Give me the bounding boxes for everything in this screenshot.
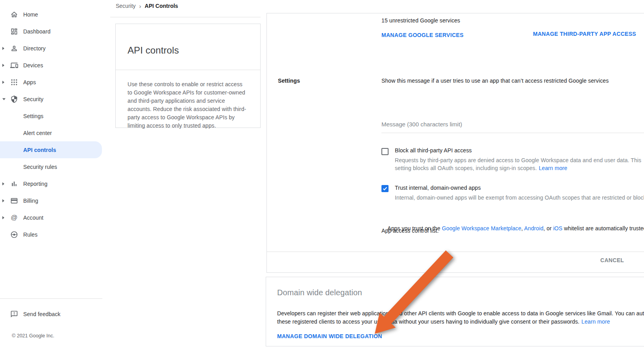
sidebar-item-label: Dashboard bbox=[23, 28, 50, 35]
sidebar-item-label: Settings bbox=[23, 113, 43, 119]
sentence-text: , bbox=[521, 225, 524, 231]
learn-more-link[interactable]: Learn more bbox=[539, 165, 568, 171]
settings-description: Show this message if a user tries to use… bbox=[381, 78, 609, 84]
breadcrumb: Security › API Controls bbox=[116, 2, 178, 10]
sidebar-item-label: API controls bbox=[23, 147, 56, 153]
sidebar-item-home[interactable]: Home bbox=[0, 6, 102, 23]
manage-third-party-app-access-button[interactable]: MANAGE THIRD-PARTY APP ACCESS bbox=[533, 31, 636, 37]
sidebar-item-dashboard[interactable]: Dashboard bbox=[0, 23, 102, 40]
sidebar-item-security-rules[interactable]: Security rules bbox=[0, 158, 102, 175]
settings-section-label: Settings bbox=[278, 78, 300, 84]
sentence-text: whitelist are automatically trusted in t… bbox=[563, 225, 644, 231]
feedback-icon bbox=[10, 310, 18, 318]
credit-card-icon bbox=[10, 197, 18, 205]
sidebar-item-label: Account bbox=[23, 215, 43, 221]
app-access-control-panel: 15 unrestricted Google services MANAGE G… bbox=[266, 13, 644, 273]
breadcrumb-divider bbox=[110, 17, 261, 17]
sidebar-item-alert-center[interactable]: Alert center bbox=[0, 124, 102, 141]
sidebar-item-label: Billing bbox=[23, 198, 38, 204]
sidebar-footer-divider bbox=[0, 298, 102, 299]
sidebar-item-label: Home bbox=[23, 11, 38, 18]
collapse-arrow-icon[interactable] bbox=[2, 98, 6, 100]
trust-internal-label: Trust internal, domain-owned apps bbox=[395, 185, 481, 191]
message-input[interactable] bbox=[381, 116, 644, 133]
sidebar-item-security[interactable]: Security bbox=[0, 91, 102, 107]
send-feedback-button[interactable]: Send feedback bbox=[0, 307, 102, 321]
sidebar-item-reporting[interactable]: Reporting bbox=[0, 175, 102, 192]
block-third-party-description-line2: setting blocks all OAuth scopes, includi… bbox=[395, 165, 567, 171]
at-sign-icon: @ bbox=[10, 214, 18, 222]
domain-wide-delegation-panel: Domain wide delegation Developers can re… bbox=[266, 277, 644, 346]
expand-arrow-icon[interactable] bbox=[2, 216, 4, 219]
card-description: Use these controls to enable or restrict… bbox=[116, 70, 260, 130]
android-link[interactable]: Android bbox=[524, 225, 544, 231]
apps-grid-icon bbox=[10, 78, 18, 86]
sidebar-item-label: Security bbox=[23, 96, 43, 102]
actions-divider bbox=[267, 252, 644, 252]
delegation-description-line1: Developers can register their web applic… bbox=[277, 310, 644, 317]
sidebar: Home Dashboard Directory Devices bbox=[0, 0, 102, 348]
admin-console-page: { "breadcrumb": { "section": "Security",… bbox=[0, 0, 644, 348]
sidebar-footer: © 2021 Google Inc. Terms of service - Bi… bbox=[12, 332, 90, 348]
bar-chart-icon bbox=[10, 180, 18, 188]
home-icon bbox=[10, 11, 18, 19]
devices-icon bbox=[10, 61, 18, 69]
description-text: setting blocks all OAuth scopes, includi… bbox=[395, 165, 537, 171]
rules-wheel-icon bbox=[10, 231, 18, 239]
cancel-button[interactable]: CANCEL bbox=[600, 257, 624, 263]
sidebar-item-label: Security rules bbox=[23, 164, 57, 170]
person-icon bbox=[10, 44, 18, 52]
api-controls-overview-card: API controls Use these controls to enabl… bbox=[115, 24, 261, 128]
dashboard-icon bbox=[10, 28, 18, 35]
expand-arrow-icon[interactable] bbox=[2, 81, 4, 84]
block-third-party-checkbox[interactable] bbox=[381, 148, 389, 155]
block-third-party-description-line1: Requests by third-party apps are denied … bbox=[395, 157, 641, 163]
breadcrumb-current-page: API Controls bbox=[145, 3, 178, 9]
sidebar-item-apps[interactable]: Apps bbox=[0, 74, 102, 91]
sidebar-item-label: Devices bbox=[23, 62, 43, 68]
sidebar-item-directory[interactable]: Directory bbox=[0, 40, 102, 57]
delegation-description-line2: these registered clients to access your … bbox=[277, 318, 610, 325]
sidebar-item-label: Rules bbox=[23, 231, 37, 238]
card-header: API controls bbox=[116, 24, 260, 70]
sidebar-item-rules[interactable]: Rules bbox=[0, 226, 102, 243]
card-title: API controls bbox=[128, 45, 248, 56]
sidebar-item-devices[interactable]: Devices bbox=[0, 57, 102, 74]
expand-arrow-icon[interactable] bbox=[2, 64, 4, 67]
expand-arrow-icon[interactable] bbox=[2, 182, 4, 185]
sentence-text: , or bbox=[544, 225, 553, 231]
block-third-party-label: Block all third-party API access bbox=[395, 147, 472, 154]
sidebar-item-api-controls[interactable]: API controls bbox=[0, 141, 102, 158]
manage-google-services-button[interactable]: MANAGE GOOGLE SERVICES bbox=[381, 32, 464, 38]
expand-arrow-icon[interactable] bbox=[2, 199, 4, 202]
trust-internal-checkbox[interactable] bbox=[381, 185, 389, 192]
description-text: these registered clients to access your … bbox=[277, 318, 579, 325]
sidebar-nav: Home Dashboard Directory Devices bbox=[0, 6, 102, 243]
breadcrumb-security-link[interactable]: Security bbox=[116, 3, 136, 9]
sidebar-item-label: Reporting bbox=[23, 181, 48, 187]
google-workspace-marketplace-link[interactable]: Google Workspace Marketplace bbox=[442, 225, 522, 231]
trusted-apps-sentence-line2: App access control list. bbox=[381, 228, 439, 234]
ios-link[interactable]: iOS bbox=[553, 225, 563, 231]
unrestricted-services-summary: 15 unrestricted Google services bbox=[381, 17, 460, 24]
expand-arrow-icon[interactable] bbox=[2, 47, 4, 50]
sidebar-item-label: Apps bbox=[23, 79, 36, 85]
sidebar-item-security-settings[interactable]: Settings bbox=[0, 107, 102, 124]
send-feedback-label: Send feedback bbox=[23, 311, 61, 317]
copyright-text: © 2021 Google Inc. bbox=[12, 332, 90, 339]
sidebar-item-account[interactable]: @ Account bbox=[0, 209, 102, 226]
sidebar-item-label: Alert center bbox=[23, 130, 52, 136]
learn-more-link[interactable]: Learn more bbox=[581, 318, 610, 325]
manage-domain-wide-delegation-link[interactable]: MANAGE DOMAIN WIDE DELEGATION bbox=[277, 333, 382, 339]
trust-internal-description: Internal, domain-owned apps will be exem… bbox=[395, 194, 644, 201]
security-shield-icon bbox=[10, 95, 18, 103]
sidebar-item-billing[interactable]: Billing bbox=[0, 192, 102, 209]
domain-wide-delegation-title: Domain wide delegation bbox=[277, 288, 362, 297]
chevron-right-icon: › bbox=[139, 3, 141, 9]
sidebar-item-label: Directory bbox=[23, 45, 46, 52]
